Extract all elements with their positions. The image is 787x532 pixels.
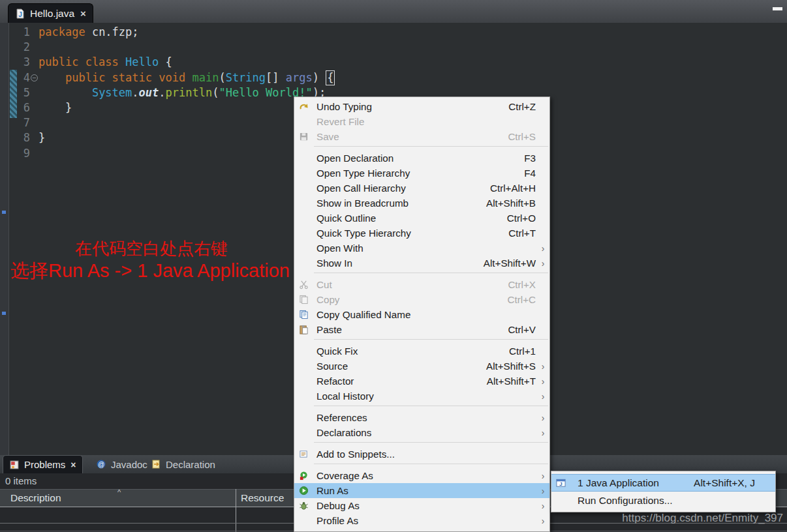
menu-item-shortcut: Alt+Shift+X, J (694, 477, 755, 489)
bottom-tab-declaration[interactable]: Declaration (145, 455, 221, 473)
submenu-arrow-icon: › (538, 428, 548, 438)
save-icon (299, 132, 312, 142)
line-number: 2 (0, 40, 39, 55)
menu-item-quick-outline[interactable]: Quick OutlineCtrl+O (294, 211, 549, 226)
menu-item-shortcut: Ctrl+Alt+H (490, 183, 536, 194)
code-token: ( (219, 70, 225, 85)
code-line-3[interactable]: 3public class Hello { (0, 55, 335, 70)
code-token: ( (212, 85, 219, 100)
menu-item-open-call-hierarchy[interactable]: Open Call HierarchyCtrl+Alt+H (294, 181, 549, 196)
menu-item-team[interactable]: Team› (294, 528, 549, 532)
cut-icon (299, 280, 312, 290)
menu-item-open-declaration[interactable]: Open DeclarationF3 (294, 151, 549, 166)
code-line-6[interactable]: 6 } (0, 100, 335, 115)
empty-icon (299, 153, 312, 164)
bottom-tab-javadoc[interactable]: @Javadoc (90, 455, 153, 473)
code-line-5[interactable]: 5 System.out.println("Hello World!"); (0, 85, 335, 100)
empty-icon (299, 213, 312, 224)
submenu-arrow-icon: › (538, 471, 548, 481)
column-divider (236, 489, 236, 532)
menu-item-shortcut: Ctrl+Z (508, 101, 536, 112)
menu-item-show-in-breadcrumb[interactable]: Show in BreadcrumbAlt+Shift+B (294, 196, 549, 211)
code-token: Hello (125, 55, 159, 70)
minimize-icon[interactable] (773, 7, 782, 10)
code-line-2[interactable]: 2 (0, 40, 335, 55)
tab-close-icon[interactable]: × (80, 8, 86, 19)
code-token: main (192, 70, 219, 85)
items-count: 0 items (5, 473, 37, 489)
menu-item-run-as[interactable]: Run As› (294, 483, 549, 498)
column-description[interactable]: Description (10, 492, 61, 504)
menu-item-local-history[interactable]: Local History› (294, 389, 549, 404)
code-line-4[interactable]: 4– public static void main(String[] args… (0, 70, 335, 85)
run-icon (299, 486, 312, 496)
paste-icon (299, 325, 312, 335)
empty-icon (556, 495, 573, 506)
fold-marker-icon[interactable]: – (31, 74, 38, 81)
empty-icon (299, 183, 312, 194)
code-token: String (226, 70, 266, 85)
menu-item-coverage-as[interactable]: Coverage As› (294, 468, 549, 483)
tab-close-icon[interactable]: × (70, 460, 76, 470)
code-line-7[interactable]: 7 (0, 115, 335, 130)
menu-item-quick-type-hierarchy[interactable]: Quick Type HierarchyCtrl+T (294, 226, 549, 241)
menu-item-show-in[interactable]: Show InAlt+Shift+W› (294, 256, 549, 271)
line-number: 9 (0, 146, 39, 161)
code-token: args (286, 70, 313, 85)
empty-icon (299, 346, 312, 357)
menu-item-label: Coverage As (316, 470, 373, 481)
line-number: 3 (0, 55, 39, 70)
menu-item-open-type-hierarchy[interactable]: Open Type HierarchyF4 (294, 166, 549, 181)
copyq-icon (299, 310, 312, 320)
code-token: package (39, 25, 85, 40)
submenu-item-run-configurations[interactable]: Run Configurations... (551, 492, 775, 509)
annotation-mark-icon (2, 211, 6, 214)
menu-item-add-to-snippets[interactable]: Add to Snippets... (294, 447, 549, 462)
undo-icon (299, 102, 312, 112)
copy-icon (299, 295, 312, 305)
code-token: . (132, 85, 138, 100)
code-line-9[interactable]: 9 (0, 146, 335, 161)
empty-icon (299, 361, 312, 372)
menu-item-label: Run Configurations... (578, 495, 673, 507)
code-token: } (39, 100, 72, 115)
menu-item-shortcut: Alt+Shift+W (484, 258, 536, 269)
submenu-arrow-icon: › (538, 391, 548, 402)
menu-item-source[interactable]: SourceAlt+Shift+S› (294, 359, 549, 374)
empty-icon (299, 117, 312, 127)
empty-icon (299, 428, 312, 438)
javaapp-icon: J (556, 478, 573, 488)
debug-icon (299, 501, 312, 511)
menu-item-label: Show in Breadcrumb (316, 198, 409, 209)
menu-item-revert-file: Revert File (294, 114, 549, 129)
bottom-tab-problems[interactable]: Problems× (3, 455, 83, 473)
menu-item-debug-as[interactable]: Debug As› (294, 498, 549, 513)
menu-item-label: Copy Qualified Name (316, 309, 410, 320)
menu-item-quick-fix[interactable]: Quick FixCtrl+1 (294, 344, 549, 359)
code-token: } (39, 130, 45, 145)
menu-item-profile-as[interactable]: Profile As› (294, 513, 549, 528)
line-number: 7 (0, 115, 39, 130)
menu-item-open-with[interactable]: Open With› (294, 241, 549, 256)
column-resource[interactable]: Resource (241, 492, 284, 504)
menu-separator (294, 339, 549, 344)
code-token (39, 70, 65, 85)
menu-item-refactor[interactable]: RefactorAlt+Shift+T› (294, 374, 549, 389)
menu-item-references[interactable]: References› (294, 410, 549, 425)
code-line-8[interactable]: 8} (0, 130, 335, 145)
menu-item-copy-qualified-name[interactable]: Copy Qualified Name (294, 307, 549, 322)
menu-item-undo-typing[interactable]: Undo TypingCtrl+Z (294, 99, 549, 114)
code-line-1[interactable]: 1package cn.fzp; (0, 25, 335, 40)
menu-item-label: References (316, 412, 367, 423)
menu-item-paste[interactable]: PasteCtrl+V (294, 322, 549, 337)
submenu-item-1-java-application[interactable]: J1 Java ApplicationAlt+Shift+X, J (551, 474, 775, 492)
line-number: 6 (0, 100, 39, 115)
tab-hello-java[interactable]: J Hello.java × (8, 3, 93, 23)
submenu-arrow-icon: › (538, 413, 548, 423)
code-area[interactable]: 1package cn.fzp;23public class Hello {4–… (0, 25, 335, 161)
menu-item-label: Source (316, 361, 348, 372)
menu-item-declarations[interactable]: Declarations› (294, 425, 549, 440)
code-token: println (166, 85, 213, 100)
tab-title: Hello.java (30, 8, 74, 20)
menu-item-shortcut: Ctrl+O (507, 213, 536, 224)
